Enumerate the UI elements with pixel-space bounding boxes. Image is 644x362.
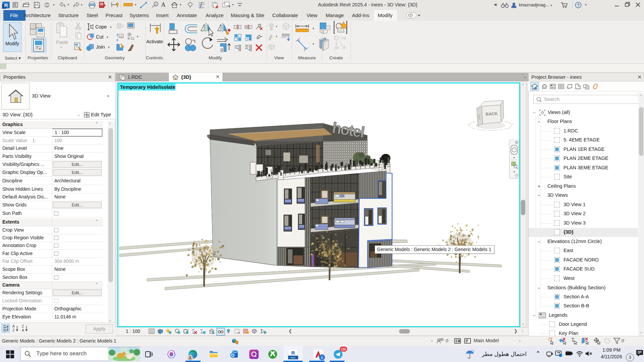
svg-text:RVT: RVT — [291, 356, 296, 359]
svg-text:KЯT: KЯT — [477, 114, 481, 120]
svg-text:R: R — [291, 350, 295, 356]
svg-text:1: 1 — [155, 3, 157, 6]
svg-text:?: ? — [577, 3, 580, 8]
svg-text:Z: Z — [12, 328, 14, 332]
svg-text:Z: Z — [22, 324, 24, 328]
svg-text:A: A — [12, 324, 15, 328]
svg-text:R: R — [4, 2, 8, 8]
svg-text:BACK: BACK — [485, 111, 498, 117]
svg-text:Lite: Lite — [533, 87, 536, 89]
svg-text:A: A — [22, 328, 24, 332]
svg-text:186: 186 — [341, 348, 346, 351]
